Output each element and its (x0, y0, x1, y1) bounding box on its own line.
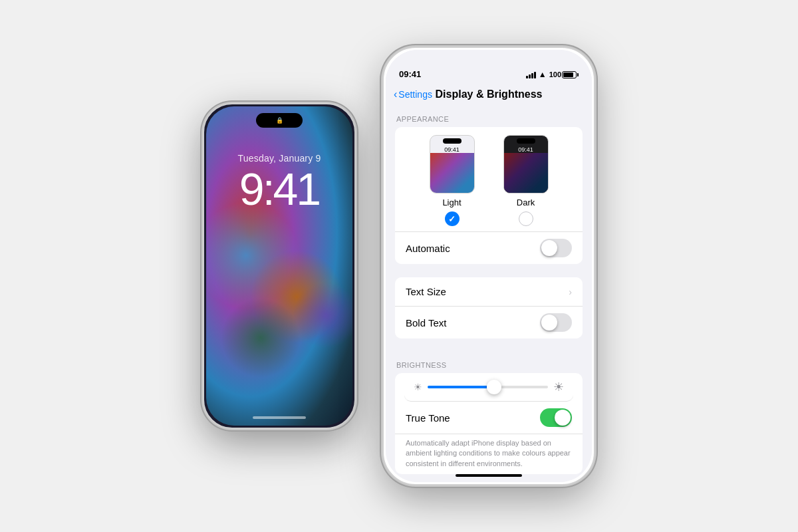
bold-text-row: Bold Text (395, 307, 583, 338)
lock-content: Tuesday, January 9 9:41 (206, 106, 352, 426)
right-silent-button[interactable] (382, 88, 384, 102)
silent-button[interactable] (203, 144, 204, 159)
dark-mode-label: Dark (517, 198, 535, 207)
battery-fill (563, 72, 573, 77)
thumb-notch-dark (517, 138, 535, 144)
thumb-time-dark: 09:41 (504, 146, 548, 153)
light-mode-radio[interactable]: ✓ (445, 211, 460, 226)
light-mode-label: Light (442, 198, 461, 207)
back-label[interactable]: Settings (398, 89, 432, 100)
spacer-2 (386, 338, 592, 352)
brightness-section-label: BRIGHTNESS (386, 352, 592, 373)
battery-tip (577, 73, 579, 76)
automatic-row: Automatic (395, 231, 583, 264)
power-button[interactable] (354, 184, 356, 221)
appearance-section-label: APPEARANCE (386, 106, 592, 127)
lock-date: Tuesday, January 9 (238, 153, 321, 164)
dark-mode-option[interactable]: 09:41 Dark (503, 135, 549, 226)
bold-toggle-thumb (541, 315, 557, 331)
battery-label: 100 (549, 70, 561, 78)
home-indicator-left (253, 416, 306, 419)
signal-icon (526, 71, 536, 78)
thumb-wallpaper-light (430, 153, 474, 193)
settings-scroll[interactable]: ‹ Settings Display & Brightness APPEARAN… (386, 83, 592, 482)
signal-bar-3 (531, 73, 533, 78)
signal-bar-1 (526, 76, 528, 78)
thumb-time-light: 09:41 (430, 146, 474, 153)
thumb-notch-light (443, 138, 462, 144)
automatic-label: Automatic (406, 243, 540, 254)
battery-icon: 100 (549, 70, 579, 78)
true-tone-toggle[interactable] (540, 408, 572, 427)
bold-text-toggle[interactable] (540, 313, 572, 332)
back-chevron-icon: ‹ (394, 88, 397, 100)
status-icons: ▲ 100 (526, 70, 579, 79)
sun-small-icon: ☀ (414, 382, 422, 392)
right-phone: 09:41 ▲ 100 (382, 47, 595, 485)
scene: 🔒 Tuesday, January 9 9:41 09:41 (203, 47, 595, 485)
true-tone-row: True Tone (395, 402, 583, 434)
text-size-row[interactable]: Text Size › (395, 277, 583, 307)
brightness-fill (428, 386, 494, 388)
appearance-card: 09:41 Light ✓ 09:41 (395, 127, 583, 264)
vol-down-button[interactable] (203, 194, 204, 217)
check-icon: ✓ (448, 214, 456, 224)
wifi-icon: ▲ (539, 70, 547, 79)
brightness-thumb[interactable] (487, 380, 501, 394)
text-card: Text Size › Bold Text (395, 277, 583, 338)
bold-text-label: Bold Text (406, 317, 540, 329)
back-button[interactable]: ‹ Settings (394, 88, 432, 100)
brightness-card: ☀ ☀ True Tone (395, 373, 583, 474)
settings-nav: ‹ Settings Display & Brightness (386, 83, 592, 106)
signal-bar-2 (529, 74, 531, 78)
dark-mode-radio[interactable] (519, 211, 533, 226)
right-power-button[interactable] (594, 128, 595, 164)
toggle-thumb (541, 240, 557, 256)
thumb-wallpaper-dark (504, 153, 548, 193)
light-mode-thumb: 09:41 (430, 135, 475, 194)
dark-mode-thumb: 09:41 (503, 135, 549, 194)
text-size-label: Text Size (406, 286, 569, 297)
left-phone: 🔒 Tuesday, January 9 9:41 (203, 103, 356, 429)
appearance-options-row: 09:41 Light ✓ 09:41 (404, 127, 573, 231)
right-vol-down-button[interactable] (382, 138, 384, 161)
battery-body (562, 71, 577, 78)
lock-icon: 🔒 (276, 117, 283, 124)
status-bar: 09:41 ▲ 100 (386, 50, 592, 83)
left-phone-screen: 🔒 Tuesday, January 9 9:41 (206, 106, 352, 426)
true-tone-label: True Tone (406, 412, 540, 424)
brightness-slider-row[interactable]: ☀ ☀ (404, 373, 573, 402)
sun-large-icon: ☀ (553, 380, 564, 394)
vol-up-button[interactable] (203, 164, 204, 188)
automatic-toggle[interactable] (540, 239, 572, 257)
brightness-track[interactable] (428, 386, 548, 388)
spacer-1 (386, 264, 592, 277)
signal-bar-4 (534, 72, 536, 78)
nav-title: Display & Brightness (436, 88, 543, 100)
right-phone-screen: 09:41 ▲ 100 (386, 50, 592, 482)
text-size-chevron-icon: › (569, 287, 572, 297)
right-vol-up-button[interactable] (382, 108, 384, 131)
dynamic-island-left: 🔒 (256, 113, 303, 128)
true-tone-description: Automatically adapt iPhone display based… (395, 434, 583, 474)
lock-time: 9:41 (239, 166, 319, 211)
true-tone-thumb (555, 410, 571, 426)
light-mode-option[interactable]: 09:41 Light ✓ (430, 135, 475, 226)
home-indicator-right (456, 474, 522, 477)
status-time: 09:41 (399, 69, 526, 79)
